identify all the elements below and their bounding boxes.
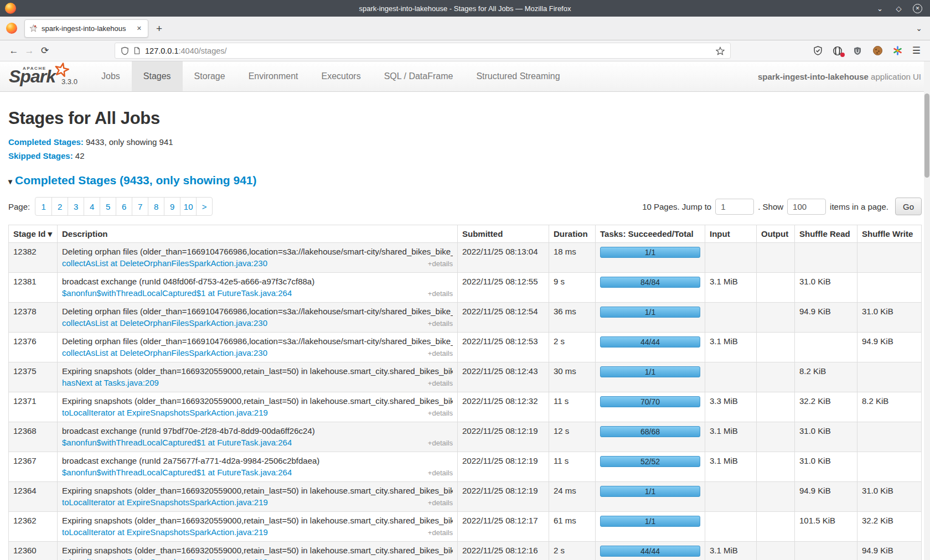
tracking-protection-shield-icon[interactable] [121,46,129,55]
tab-title: spark-ingest-into-lakehous [42,24,131,33]
details-toggle[interactable]: +details [422,557,453,560]
jump-to-page-input[interactable] [715,199,754,215]
details-toggle[interactable]: +details [422,408,453,418]
menu-hamburger-icon[interactable]: ☰ [912,45,921,56]
ublock-shield-icon[interactable] [852,45,863,56]
firefox-view-icon[interactable] [6,23,17,34]
description-text: Deleting orphan files (older_than=166910… [62,336,453,346]
details-toggle[interactable]: +details [422,318,453,329]
back-button[interactable]: ← [6,45,22,56]
callsite-link[interactable]: toLocalIterator at ExpireSnapshotsSparkA… [62,557,268,560]
go-button[interactable]: Go [895,198,922,215]
spark-nav-item[interactable]: SQL / DataFrame [373,61,465,91]
column-header[interactable]: Shuffle Write [857,225,922,243]
stage-id-cell: 12371 [9,392,58,422]
spark-nav-item[interactable]: Executors [309,61,372,91]
description-cell: Expiring snapshots (older_than=166932055… [58,512,458,542]
output-cell [757,273,795,303]
spark-nav-item[interactable]: Environment [237,61,310,91]
page-number-button[interactable]: 2 [51,198,68,215]
details-toggle[interactable]: +details [422,438,453,448]
column-header[interactable]: Input [705,225,757,243]
column-header[interactable]: Shuffle Read [795,225,857,243]
minimize-icon[interactable]: ⌄ [875,4,885,13]
url-bar[interactable]: 127.0.0.1:4040/stages/ [115,43,731,59]
column-header[interactable]: Output [757,225,795,243]
spark-nav-item[interactable]: Stages [132,61,183,91]
shuffle-read-cell: 94.9 KiB [795,482,857,512]
callsite-link[interactable]: $anonfun$withThreadLocalCaptured$1 at Fu… [62,467,292,478]
colorful-asterisk-icon[interactable] [892,45,903,56]
description-cell: broadcast exchange (runId 048fd06f-d753-… [58,273,458,303]
page-number-button[interactable]: 9 [164,198,180,215]
completed-stages-section-toggle[interactable]: ▾Completed Stages (9433, only showing 94… [8,174,922,187]
callsite-link[interactable]: toLocalIterator at ExpireSnapshotsSparkA… [62,527,268,537]
page-info-icon[interactable] [133,46,141,55]
items-per-page-input[interactable] [787,199,826,215]
tab-close-icon[interactable]: ✕ [135,24,143,33]
page-label: Page: [8,202,30,211]
stage-id-cell: 12368 [9,422,58,452]
table-row: 12360 Expiring snapshots (older_than=166… [9,542,922,560]
description-text: broadcast exchange (runId 048fd06f-d753-… [62,276,453,287]
reload-button[interactable]: ⟳ [37,45,53,56]
callsite-link[interactable]: hasNext at Tasks.java:209 [62,377,159,388]
details-toggle[interactable]: +details [422,527,453,538]
browser-tab[interactable]: spark-ingest-into-lakehous ✕ [24,19,148,38]
shuffle-write-cell [857,452,922,482]
completed-stages-link[interactable]: Completed Stages: [8,137,84,147]
new-tab-button[interactable]: + [156,23,162,34]
cookie-icon[interactable] [872,45,883,56]
page-number-button[interactable]: 10 [180,198,196,215]
list-all-tabs-chevron-icon[interactable]: ⌄ [916,24,922,33]
callsite-link[interactable]: $anonfun$withThreadLocalCaptured$1 at Fu… [62,288,292,298]
stage-id-cell: 12381 [9,273,58,303]
callsite-link[interactable]: collectAsList at DeleteOrphanFilesSparkA… [62,258,267,268]
duration-cell: 2 s [549,333,596,362]
forward-button[interactable]: → [22,45,37,56]
callsite-link[interactable]: $anonfun$withThreadLocalCaptured$1 at Fu… [62,437,292,448]
callsite-link[interactable]: toLocalIterator at ExpireSnapshotsSparkA… [62,497,268,507]
spark-star-icon [53,61,70,79]
details-toggle[interactable]: +details [422,497,453,508]
skipped-stages-link[interactable]: Skipped Stages: [8,151,73,160]
description-text: Expiring snapshots (older_than=166932055… [62,396,453,406]
page-number-button[interactable]: 6 [116,198,132,215]
details-toggle[interactable]: +details [422,468,453,478]
shuffle-write-cell [857,362,922,392]
column-header[interactable]: Tasks: Succeeded/Total [596,225,705,243]
close-window-icon[interactable]: ✕ [913,4,922,13]
output-cell [757,362,795,392]
shield-check-icon[interactable] [813,45,823,56]
tasks-progress-bar: 1/1 [600,247,700,258]
submitted-cell: 2022/11/25 08:12:54 [458,303,549,333]
details-toggle[interactable]: +details [422,378,453,388]
page-number-button[interactable]: 4 [84,198,100,215]
callsite-link[interactable]: collectAsList at DeleteOrphanFilesSparkA… [62,318,267,328]
maximize-icon[interactable]: ◇ [894,4,903,13]
column-header[interactable]: Duration [549,225,596,243]
details-toggle[interactable]: +details [422,258,453,269]
spark-nav-item[interactable]: Jobs [90,61,132,91]
column-header[interactable]: Submitted [458,225,549,243]
page-number-button[interactable]: 8 [148,198,164,215]
page-number-button[interactable]: 1 [35,198,51,215]
details-toggle[interactable]: +details [422,288,453,299]
privacy-badger-icon[interactable] [833,45,843,56]
spark-nav-item[interactable]: Storage [183,61,237,91]
page-number-button[interactable]: 3 [68,198,84,215]
callsite-link[interactable]: toLocalIterator at ExpireSnapshotsSparkA… [62,407,268,418]
bookmark-star-icon[interactable] [716,46,725,55]
callsite-link[interactable]: collectAsList at DeleteOrphanFilesSparkA… [62,348,267,358]
page-number-button[interactable]: > [196,198,212,215]
scrollbar-thumb[interactable] [924,94,929,178]
column-header[interactable]: Description [58,225,458,243]
page-number-button[interactable]: 7 [132,198,148,215]
spark-logo[interactable]: APACHE Spark 3.3.0 [8,61,90,91]
column-header[interactable]: Stage Id ▾ [9,225,58,243]
spark-nav-item[interactable]: Structured Streaming [464,61,571,91]
page-number-button[interactable]: 5 [100,198,116,215]
tasks-cell: 1/1 [596,512,705,542]
tasks-cell: 52/52 [596,452,705,482]
details-toggle[interactable]: +details [422,348,453,359]
